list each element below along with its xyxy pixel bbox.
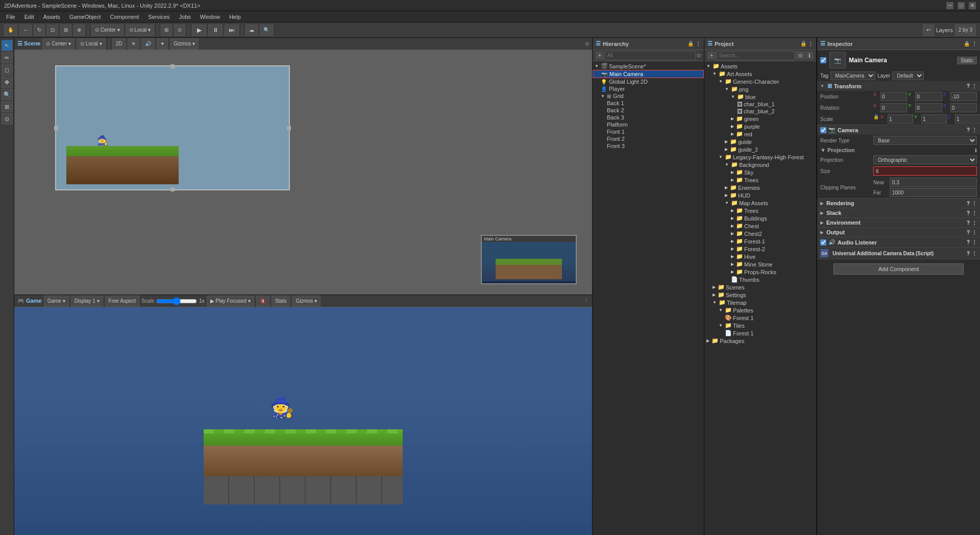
environment-help[interactable]: ?: [967, 220, 970, 226]
scene-gizmos[interactable]: Gizmos ▾: [170, 38, 199, 50]
rotation-z[interactable]: [950, 103, 977, 112]
hierarchy-back3[interactable]: Back 3: [593, 114, 704, 121]
hierarchy-add[interactable]: +: [596, 52, 604, 59]
universal-header[interactable]: C# Universal Additional Camera Data (Scr…: [817, 248, 980, 259]
project-sky[interactable]: ▶ 📁 Sky: [704, 168, 816, 176]
audio-enabled[interactable]: [820, 239, 826, 246]
project-background[interactable]: ▼ 📁 Background: [704, 161, 816, 168]
scale-z[interactable]: [955, 114, 980, 124]
handle-bottom[interactable]: [170, 187, 175, 191]
display-dropdown[interactable]: Display 1 ▾: [71, 296, 103, 307]
project-red[interactable]: ▶ 📁 red: [704, 130, 816, 138]
project-chest2[interactable]: ▶ 📁 Chest2: [704, 230, 816, 237]
hierarchy-player[interactable]: 👤 Player: [593, 85, 704, 92]
universal-settings[interactable]: ⋮: [972, 251, 977, 256]
project-forest1-palette[interactable]: 🎨 Forest 1: [704, 314, 816, 322]
project-legacy[interactable]: ▼ 📁 Legacy-Fantasy-High Forest: [704, 153, 816, 161]
menu-gameobject[interactable]: GameObject: [65, 13, 105, 21]
scale-x[interactable]: [888, 114, 913, 124]
hierarchy-filter[interactable]: ⊙: [697, 53, 701, 58]
project-guide[interactable]: ▶ 📁 guide: [704, 138, 816, 145]
play-button[interactable]: ▶: [192, 25, 206, 36]
output-settings[interactable]: ⋮: [972, 230, 977, 235]
project-char-blue-1[interactable]: 🖼 char_blue_1: [704, 101, 816, 108]
maximize-button[interactable]: □: [958, 2, 965, 9]
project-hive[interactable]: ▶ 📁 Hive: [704, 253, 816, 260]
project-settings[interactable]: ▶ 📁 Settings: [704, 291, 816, 299]
tag-dropdown[interactable]: MainCamera: [830, 71, 875, 80]
transform-header[interactable]: ▼ ⊞ Transform ? ⋮: [817, 81, 980, 91]
scene-local[interactable]: ⊙ Local ▾: [77, 38, 105, 50]
universal-help[interactable]: ?: [967, 251, 970, 256]
close-button[interactable]: ✕: [969, 2, 976, 9]
hierarchy-back1[interactable]: Back 1: [593, 100, 704, 107]
audio-help[interactable]: ?: [967, 239, 970, 245]
play-focused-btn[interactable]: ▶ Play Focused ▾: [207, 296, 254, 307]
project-tiles[interactable]: ▼ 📁 Tiles: [704, 322, 816, 329]
handle-right[interactable]: [287, 126, 291, 130]
tool-zoom[interactable]: 🔍: [2, 89, 13, 100]
environment-settings[interactable]: ⋮: [972, 220, 977, 226]
audio-settings[interactable]: ⋮: [972, 239, 977, 245]
rotation-x[interactable]: [880, 103, 907, 112]
scene-2d[interactable]: 2D: [112, 38, 126, 50]
tool-extra[interactable]: ⊞: [2, 101, 13, 112]
project-icons[interactable]: 🔒 ⋮: [800, 41, 813, 46]
project-propsrocks[interactable]: ▶ 📁 Props-Rocks: [704, 268, 816, 276]
hierarchy-samplescene[interactable]: ▼ 🎬 SampleScene*: [593, 62, 704, 70]
project-scenes[interactable]: ▶ 📁 Scenes: [704, 283, 816, 291]
audio-header[interactable]: 🔊 Audio Listener ? ⋮: [817, 237, 980, 247]
output-header[interactable]: ▶ Output ? ⋮: [817, 228, 980, 237]
game-dropdown[interactable]: Game ▾: [44, 296, 69, 307]
project-blue[interactable]: ▼ 📁 blue: [704, 93, 816, 101]
search-btn[interactable]: 🔍: [260, 25, 273, 36]
transform-tool[interactable]: ⊕: [74, 25, 85, 36]
tool-brush[interactable]: ✏: [2, 52, 13, 63]
center-dropdown[interactable]: ⊙ Center ▾: [91, 25, 124, 36]
minimize-button[interactable]: ─: [946, 2, 953, 9]
far-input[interactable]: [890, 188, 977, 197]
project-buildings[interactable]: ▶ 📁 Buildings: [704, 214, 816, 222]
hierarchy-front1[interactable]: Front 1: [593, 128, 704, 135]
transform-help[interactable]: ?: [967, 83, 970, 89]
transform-settings[interactable]: ⋮: [972, 83, 977, 89]
menu-help[interactable]: Help: [225, 13, 245, 21]
project-tilemap[interactable]: ▼ 📁 Tilemap: [704, 299, 816, 306]
hierarchy-globallight[interactable]: 💡 Global Light 2D: [593, 78, 704, 85]
project-packages[interactable]: ▶ 📁 Packages: [704, 337, 816, 345]
rotation-y[interactable]: [915, 103, 942, 112]
object-enabled[interactable]: [820, 57, 826, 63]
tool-eraser[interactable]: ◻: [2, 64, 13, 76]
project-guide2[interactable]: ▶ 📁 guide_2: [704, 145, 816, 153]
pause-button[interactable]: ⏸: [208, 25, 223, 36]
rendering-settings[interactable]: ⋮: [972, 201, 977, 206]
menu-edit[interactable]: Edit: [20, 13, 38, 21]
hierarchy-front2[interactable]: Front 2: [593, 135, 704, 142]
camera-help[interactable]: ?: [967, 127, 970, 133]
menu-component[interactable]: Component: [106, 13, 143, 21]
project-trees1[interactable]: ▶ 📁 Trees: [704, 176, 816, 184]
project-trees2[interactable]: ▶ 📁 Trees: [704, 207, 816, 214]
stack-help[interactable]: ?: [967, 210, 970, 216]
output-help[interactable]: ?: [967, 230, 970, 235]
handle-top[interactable]: [170, 64, 175, 68]
handle-left[interactable]: [54, 126, 58, 130]
hand-tool[interactable]: ✋: [4, 25, 17, 36]
project-char-blue-2[interactable]: 🖼 char_blue_2: [704, 108, 816, 115]
position-x[interactable]: [880, 92, 907, 101]
hierarchy-platform[interactable]: Platform: [593, 121, 704, 128]
hierarchy-lock[interactable]: 🔒: [688, 41, 694, 46]
scene-light[interactable]: ☀: [128, 38, 139, 50]
stats-btn[interactable]: Stats: [272, 296, 290, 307]
scale-y[interactable]: [921, 114, 947, 124]
projection-select[interactable]: Orthographic: [873, 155, 977, 164]
project-forest1[interactable]: ▶ 📁 Forest-1: [704, 237, 816, 245]
project-forest1-tile[interactable]: 📄 Forest 1: [704, 329, 816, 337]
proj-help[interactable]: ℹ: [975, 148, 977, 153]
game-menu[interactable]: ⋮: [583, 298, 589, 304]
project-palettes[interactable]: ▼ 📁 Palettes: [704, 306, 816, 314]
stack-header[interactable]: ▶ Stack ? ⋮: [817, 208, 980, 217]
rotate-tool[interactable]: ↻: [34, 25, 45, 36]
rendering-header[interactable]: ▶ Rendering ? ⋮: [817, 199, 980, 208]
project-filter[interactable]: ⊙: [796, 52, 805, 59]
